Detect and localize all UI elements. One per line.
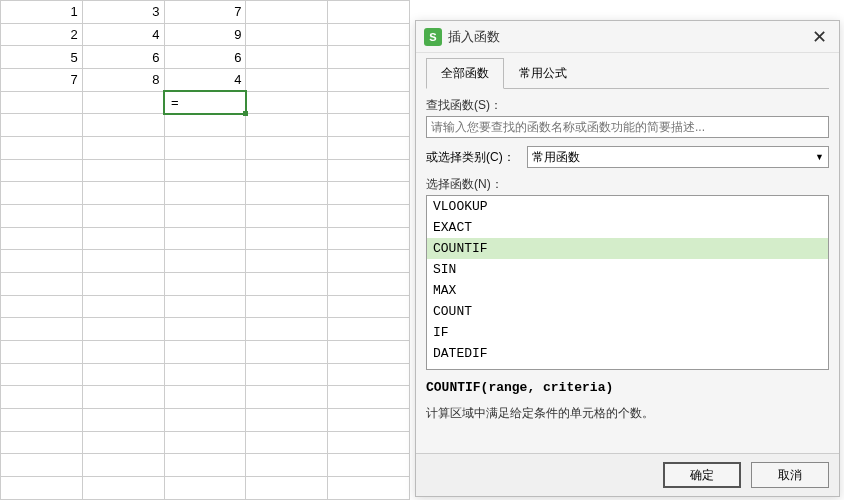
cell[interactable] bbox=[328, 1, 410, 24]
close-icon[interactable]: ✕ bbox=[807, 26, 831, 48]
cell[interactable]: 7 bbox=[1, 69, 83, 92]
spreadsheet-grid[interactable]: 1 3 7 2 4 9 5 6 6 7 8 4 = bbox=[0, 0, 410, 500]
cell[interactable]: 6 bbox=[164, 46, 246, 69]
cell[interactable] bbox=[246, 23, 328, 46]
table-row: 5 6 6 bbox=[1, 46, 410, 69]
cell[interactable] bbox=[246, 91, 328, 114]
cancel-button[interactable]: 取消 bbox=[751, 462, 829, 488]
cell[interactable] bbox=[328, 69, 410, 92]
ok-button[interactable]: 确定 bbox=[663, 462, 741, 488]
category-selected-value: 常用函数 bbox=[532, 149, 580, 166]
insert-function-dialog: S 插入函数 ✕ 全部函数 常用公式 查找函数(S)： 或选择类别(C)： 常用… bbox=[415, 20, 840, 497]
function-item-vlookup[interactable]: VLOOKUP bbox=[427, 196, 828, 217]
cell[interactable] bbox=[246, 69, 328, 92]
table-row: 2 4 9 bbox=[1, 23, 410, 46]
table-row: 7 8 4 bbox=[1, 69, 410, 92]
tab-common-formulas[interactable]: 常用公式 bbox=[504, 58, 582, 89]
cell[interactable]: 4 bbox=[82, 23, 164, 46]
cell[interactable] bbox=[328, 23, 410, 46]
cell[interactable] bbox=[246, 1, 328, 24]
cell[interactable]: 2 bbox=[1, 23, 83, 46]
tab-all-functions[interactable]: 全部函数 bbox=[426, 58, 504, 89]
active-cell-formula[interactable]: = bbox=[164, 91, 246, 114]
function-item-exact[interactable]: EXACT bbox=[427, 217, 828, 238]
cell[interactable]: 3 bbox=[82, 1, 164, 24]
cell[interactable]: 7 bbox=[164, 1, 246, 24]
cell[interactable] bbox=[82, 91, 164, 114]
dialog-tabs: 全部函数 常用公式 bbox=[426, 57, 829, 89]
cell[interactable] bbox=[328, 46, 410, 69]
cell[interactable]: 4 bbox=[164, 69, 246, 92]
function-item-sin[interactable]: SIN bbox=[427, 259, 828, 280]
function-description: 计算区域中满足给定条件的单元格的个数。 bbox=[426, 405, 829, 422]
function-item-countif[interactable]: COUNTIF bbox=[427, 238, 828, 259]
select-function-label: 选择函数(N)： bbox=[426, 176, 829, 193]
cell[interactable]: 6 bbox=[82, 46, 164, 69]
function-listbox[interactable]: VLOOKUP EXACT COUNTIF SIN MAX COUNT IF D… bbox=[426, 195, 829, 370]
app-icon: S bbox=[424, 28, 442, 46]
function-signature: COUNTIF(range, criteria) bbox=[426, 380, 829, 395]
cell[interactable]: 1 bbox=[1, 1, 83, 24]
chevron-down-icon: ▼ bbox=[815, 152, 824, 162]
dialog-title: 插入函数 bbox=[448, 28, 807, 46]
cell[interactable] bbox=[246, 46, 328, 69]
dialog-titlebar[interactable]: S 插入函数 ✕ bbox=[416, 21, 839, 53]
table-row: 1 3 7 bbox=[1, 1, 410, 24]
function-item-count[interactable]: COUNT bbox=[427, 301, 828, 322]
search-input[interactable] bbox=[426, 116, 829, 138]
function-item-max[interactable]: MAX bbox=[427, 280, 828, 301]
category-label: 或选择类别(C)： bbox=[426, 149, 515, 166]
cell[interactable]: 9 bbox=[164, 23, 246, 46]
dialog-footer: 确定 取消 bbox=[416, 453, 839, 496]
cell[interactable]: 8 bbox=[82, 69, 164, 92]
function-item-datedif[interactable]: DATEDIF bbox=[427, 343, 828, 364]
category-select[interactable]: 常用函数 ▼ bbox=[527, 146, 829, 168]
table-row: = bbox=[1, 91, 410, 114]
cell[interactable]: 5 bbox=[1, 46, 83, 69]
search-label: 查找函数(S)： bbox=[426, 97, 829, 114]
function-item-if[interactable]: IF bbox=[427, 322, 828, 343]
cell[interactable] bbox=[328, 91, 410, 114]
cell[interactable] bbox=[1, 91, 83, 114]
